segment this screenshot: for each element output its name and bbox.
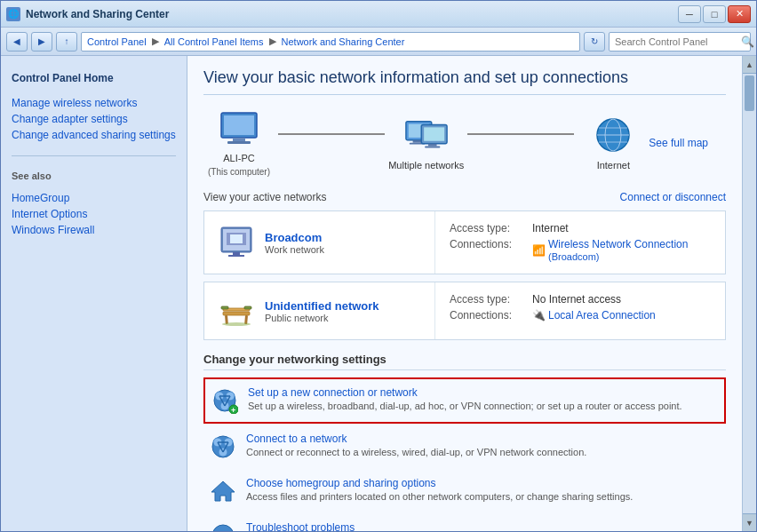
svg-rect-6 [412,140,421,143]
svg-text:+: + [231,406,235,414]
broadcom-icon [219,225,254,260]
unidentified-card-left: Unidentified network Public network [204,282,435,339]
local-area-name: Local Area Connection [548,309,656,322]
svg-point-29 [222,322,251,326]
sidebar-home[interactable]: Control Panel Home [12,70,176,86]
sidebar-change-adapter[interactable]: Change adapter settings [12,111,176,127]
network-label: Multiple networks [388,160,464,171]
homegroup-desc: Access files and printers located on oth… [246,491,633,502]
unidentified-info: Unidentified network Public network [265,299,379,323]
search-input[interactable] [615,36,737,47]
internet-label: Internet [597,160,630,171]
broadcom-connection-link[interactable]: 📶 Wireless Network Connection (Broadcom) [532,238,688,263]
breadcrumb-control-panel[interactable]: Control Panel [87,36,147,47]
net-line-2 [467,133,574,135]
window-title: Network and Sharing Center [26,8,169,20]
minimize-button[interactable]: ─ [678,5,701,23]
unidentified-access-row: Access type: No Internet access [450,293,656,306]
unidentified-type: Public network [265,313,379,323]
sidebar-advanced-sharing[interactable]: Change advanced sharing settings [12,127,176,143]
back-button[interactable]: ◀ [6,32,28,52]
sidebar-internet-options[interactable]: Internet Options [12,206,176,222]
homegroup-icon [209,477,237,505]
see-full-map-link[interactable]: See full map [649,137,708,149]
connections-label2: Connections: [450,309,525,322]
network-diagram: ALI-PC (This computer) [203,109,726,177]
svg-rect-10 [428,144,437,147]
scroll-thumb[interactable] [745,75,754,111]
computer-label: ALI-PC [223,153,254,163]
see-also-label: See also [1,167,187,185]
search-box[interactable]: 🔍 [609,32,751,52]
broadcom-card-left: Broadcom Work network [204,211,435,274]
maximize-button[interactable]: □ [703,5,726,23]
setup-connection-title[interactable]: Set up a new connection or network [248,386,682,399]
network-diagram-inner: ALI-PC (This computer) [203,109,649,177]
svg-rect-20 [233,252,240,255]
signal-icon: 📶 [532,244,546,257]
connections-label: Connections: [450,238,525,263]
scrollbar[interactable]: ▲ ▼ [742,56,756,531]
breadcrumb-current[interactable]: Network and Sharing Center [282,36,405,47]
troubleshoot-title[interactable]: Troubleshoot problems [246,521,568,531]
svg-rect-28 [244,306,251,309]
local-area-icon: 🔌 [532,309,546,322]
unidentified-access-type: No Internet access [532,293,621,306]
content-area: View your basic network information and … [187,56,742,531]
address-field[interactable]: Control Panel ▶ All Control Panel Items … [81,32,580,52]
homegroup-content: Choose homegroup and sharing options Acc… [246,477,633,502]
scroll-track[interactable] [743,74,756,513]
unidentified-card-right: Access type: No Internet access Connecti… [435,282,670,339]
net-line-1 [278,133,385,135]
local-area-connection-link[interactable]: 🔌 Local Area Connection [532,309,656,322]
broadcom-access-row: Access type: Internet [450,222,688,234]
refresh-button[interactable]: ↻ [584,32,605,52]
sidebar-section-nav: Control Panel Home Manage wireless netwo… [1,65,187,148]
svg-rect-2 [233,138,245,141]
svg-rect-11 [425,147,440,148]
svg-text:?: ? [220,529,228,531]
unidentified-icon [219,293,254,329]
sidebar-manage-wireless[interactable]: Manage wireless networks [12,95,176,111]
broadcom-card-right: Access type: Internet Connections: 📶 Wir… [435,211,702,274]
broadcom-info: Broadcom Work network [265,231,324,255]
main-layout: Control Panel Home Manage wireless netwo… [1,56,756,531]
connect-network-item: Connect to a network Connect or reconnec… [203,425,726,468]
search-icon[interactable]: 🔍 [741,36,754,48]
multiple-networks-node: Multiple networks [388,116,464,171]
window: 🌐 Network and Sharing Center ─ □ ✕ ◀ ▶ ↑… [0,0,757,532]
svg-rect-3 [227,141,251,144]
sidebar-homegroup[interactable]: HomeGroup [12,190,176,206]
forward-button[interactable]: ▶ [31,32,52,52]
scroll-down-button[interactable]: ▼ [743,513,756,531]
homegroup-title[interactable]: Choose homegroup and sharing options [246,477,633,489]
broadcom-name[interactable]: Broadcom [265,231,324,244]
scroll-up-button[interactable]: ▲ [743,56,756,74]
internet-node: Internet [578,116,649,171]
broadcom-network-card: Broadcom Work network Access type: Inter… [203,210,726,274]
unidentified-name[interactable]: Unidentified network [265,299,379,313]
connect-network-desc: Connect or reconnect to a wireless, wire… [246,447,586,457]
page-title: View your basic network information and … [203,68,726,95]
svg-rect-23 [223,312,250,315]
broadcom-connection-name: Wireless Network Connection (Broadcom) [548,238,688,263]
connect-disconnect-link[interactable]: Connect or disconnect [620,191,726,203]
breadcrumb-all-items[interactable]: All Control Panel Items [164,36,264,47]
svg-rect-21 [228,255,244,257]
title-bar-left: 🌐 Network and Sharing Center [6,7,169,21]
title-bar: 🌐 Network and Sharing Center ─ □ ✕ [1,1,756,28]
sidebar: Control Panel Home Manage wireless netwo… [1,56,187,531]
close-button[interactable]: ✕ [728,5,751,23]
network-icon [404,116,449,156]
svg-rect-22 [230,234,243,243]
computer-sublabel: (This computer) [208,167,270,177]
setup-connection-desc: Set up a wireless, broadband, dial-up, a… [248,401,682,411]
connect-network-content: Connect to a network Connect or reconnec… [246,433,586,457]
sidebar-windows-firewall[interactable]: Windows Firewall [12,222,176,238]
up-button[interactable]: ↑ [56,32,77,52]
connect-network-icon [209,433,237,461]
settings-section: Change your networking settings [203,353,726,531]
active-networks-label: View your active networks [203,191,327,203]
connect-network-title[interactable]: Connect to a network [246,433,586,445]
window-icon: 🌐 [6,7,20,21]
